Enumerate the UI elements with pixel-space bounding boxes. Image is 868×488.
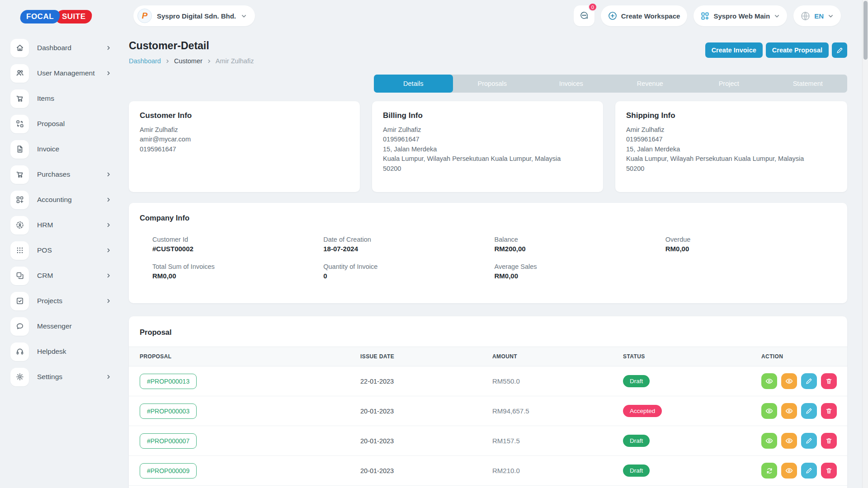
chevron-right-icon: [106, 298, 111, 304]
status-badge: Draft: [623, 465, 650, 477]
trash-icon: [826, 378, 832, 385]
view-action-button[interactable]: [761, 403, 777, 419]
grid-plus-icon: [701, 12, 709, 20]
sidebar-item-invoice[interactable]: Invoice: [10, 136, 118, 162]
chevron-right-icon: [106, 374, 111, 380]
chevron-down-icon: [828, 13, 834, 19]
sidebar-item-proposal[interactable]: Proposal: [10, 111, 118, 136]
trash-icon: [826, 408, 832, 414]
create-invoice-button[interactable]: Create Invoice: [705, 42, 763, 58]
col-issue-date: ISSUE DATE: [360, 347, 492, 366]
sidebar-item-hrm[interactable]: HRM: [10, 212, 118, 238]
chevron-down-icon: [774, 13, 780, 19]
status-badge: Draft: [623, 375, 650, 387]
pencil-icon: [806, 437, 812, 444]
breadcrumb-customer[interactable]: Customer: [174, 57, 203, 65]
home-icon: [10, 39, 29, 57]
cart-icon: [10, 165, 29, 184]
proposal-id-link[interactable]: #PROP000003: [140, 404, 197, 419]
edit-action-button[interactable]: [801, 463, 817, 479]
field-customer-id: Customer Id #CUST00002: [152, 236, 323, 253]
billing-street: 15, Jalan Merdeka: [383, 145, 592, 154]
eye-icon: [785, 407, 793, 415]
edit-action-button[interactable]: [801, 373, 817, 389]
proposal-section-title: Proposal: [140, 328, 847, 337]
breadcrumb-dashboard[interactable]: Dashboard: [129, 57, 161, 65]
chevron-right-icon: [106, 273, 111, 278]
preview-action-button[interactable]: [781, 373, 797, 389]
workspace-selector[interactable]: P Syspro Digital Sdn. Bhd.: [133, 5, 255, 26]
preview-action-button[interactable]: [781, 463, 797, 479]
create-proposal-button[interactable]: Create Proposal: [766, 42, 829, 58]
tab-proposals[interactable]: Proposals: [453, 75, 532, 93]
customer-email: amir@mycar.com: [140, 135, 349, 144]
tab-invoices[interactable]: Invoices: [532, 75, 611, 93]
language-selector[interactable]: EN: [793, 5, 841, 26]
edit-customer-button[interactable]: [832, 42, 847, 58]
customer-info-title: Customer Info: [140, 111, 349, 120]
create-workspace-button[interactable]: Create Workspace: [601, 5, 688, 26]
sidebar-item-crm[interactable]: CRM: [10, 263, 118, 288]
tab-revenue[interactable]: Revenue: [611, 75, 690, 93]
sidebar-item-purchases[interactable]: Purchases: [10, 162, 118, 187]
title-actions: Create Invoice Create Proposal: [705, 42, 847, 58]
app-logo: FOCAL SUITE: [20, 10, 92, 23]
page-scrollbar[interactable]: [862, 0, 868, 488]
eye-icon: [785, 377, 793, 385]
chevron-right-icon: [165, 59, 170, 64]
billing-city: Kuala Lumpur, Wilayah Persekutuan Kuala …: [383, 154, 592, 164]
delete-action-button[interactable]: [821, 433, 837, 449]
proposal-id-link[interactable]: #PROP000007: [140, 433, 197, 449]
tab-statement[interactable]: Statement: [769, 75, 848, 93]
trash-icon: [826, 437, 832, 444]
headset-icon: [10, 343, 29, 361]
sidebar-item-accounting[interactable]: Accounting: [10, 187, 118, 212]
sidebar: Dashboard User Management Items Proposal…: [0, 35, 118, 488]
delete-action-button[interactable]: [821, 373, 837, 389]
preview-action-button[interactable]: [781, 433, 797, 449]
delete-action-button[interactable]: [821, 463, 837, 479]
sidebar-item-helpdesk[interactable]: Helpdesk: [10, 339, 118, 364]
proposal-id-link[interactable]: #PROP000013: [140, 374, 197, 389]
tab-details[interactable]: Details: [374, 75, 453, 93]
app-switcher[interactable]: Syspro Web Main: [693, 5, 787, 26]
users-icon: [10, 64, 29, 83]
field-balance: Balance RM200,00: [495, 236, 665, 253]
edit-action-button[interactable]: [801, 433, 817, 449]
scrollbar-thumb[interactable]: [863, 1, 868, 60]
view-action-button[interactable]: [761, 433, 777, 449]
app-switcher-label: Syspro Web Main: [713, 12, 770, 20]
sidebar-item-items[interactable]: Items: [10, 86, 118, 111]
sidebar-item-settings[interactable]: Settings: [10, 364, 118, 389]
delete-action-button[interactable]: [821, 403, 837, 419]
convert-action-button[interactable]: [761, 463, 777, 479]
proposal-id-link[interactable]: #PROP000009: [140, 463, 197, 479]
issue-date: 20-01-2023: [360, 456, 492, 486]
company-info-grid: Customer Id #CUST00002 Date of Creation …: [152, 236, 836, 280]
field-overdue: Overdue RM0,00: [665, 236, 836, 253]
sidebar-item-dashboard[interactable]: Dashboard: [10, 35, 118, 61]
sidebar-item-user-management[interactable]: User Management: [10, 61, 118, 86]
tab-project[interactable]: Project: [689, 75, 769, 93]
chat-button[interactable]: 0: [574, 5, 594, 26]
sidebar-item-projects[interactable]: Projects: [10, 288, 118, 314]
hrm-person-icon: [10, 216, 29, 235]
shipping-phone: 0195961647: [626, 135, 836, 144]
page-title: Customer-Detail: [129, 40, 254, 52]
eye-icon: [765, 407, 773, 415]
workspace-logo-icon: P: [137, 9, 152, 23]
field-quantity-invoice: Quantity of Invoice 0: [323, 263, 494, 280]
cart-icon: [10, 89, 29, 108]
amount: RM94,657.5: [492, 396, 623, 426]
chevron-right-icon: [207, 59, 212, 64]
edit-action-button[interactable]: [801, 403, 817, 419]
main-content: Customer-Detail Dashboard Customer Amir …: [129, 32, 847, 488]
view-action-button[interactable]: [761, 373, 777, 389]
customer-phone: 0195961647: [140, 145, 349, 154]
sidebar-item-messenger[interactable]: Messenger: [10, 314, 118, 339]
breadcrumb: Dashboard Customer Amir Zulhafiz: [129, 57, 254, 65]
proposal-section: Proposal PROPOSAL ISSUE DATE AMOUNT STAT…: [129, 316, 847, 488]
chevron-right-icon: [106, 45, 111, 51]
preview-action-button[interactable]: [781, 403, 797, 419]
sidebar-item-pos[interactable]: POS: [10, 238, 118, 263]
